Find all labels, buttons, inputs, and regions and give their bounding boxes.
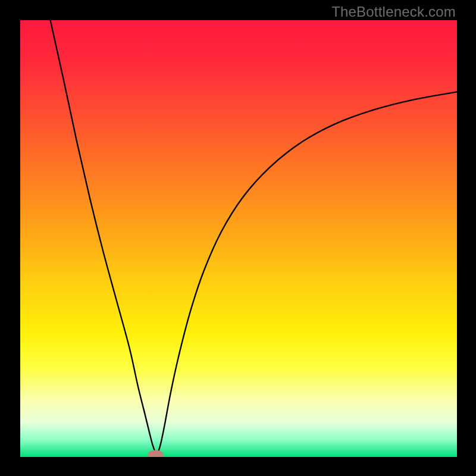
chart-frame: TheBottleneck.com [0, 0, 476, 476]
optimal-point-marker [148, 450, 163, 457]
plot-area [20, 20, 457, 457]
bottleneck-curve [51, 20, 457, 453]
curve-layer [20, 20, 457, 457]
watermark-text: TheBottleneck.com [331, 4, 456, 20]
